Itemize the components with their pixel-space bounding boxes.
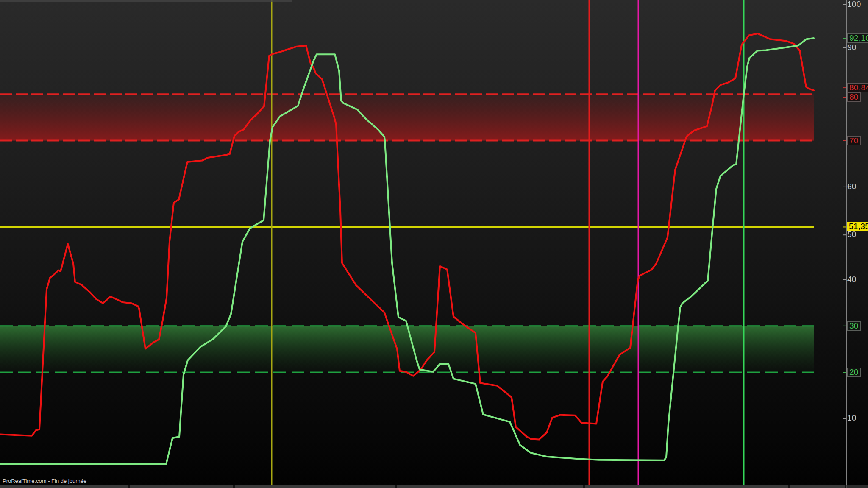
watermark-label: ProRealTime.com - Fin de journée (3, 478, 86, 484)
oversold-zone-band (0, 326, 814, 372)
chart-window: 10092,1059080,84380706051,355040302010 P… (0, 0, 868, 488)
scrollbar-segment-2[interactable] (235, 485, 395, 488)
scrollbar-segment-0[interactable] (0, 485, 128, 488)
overbought-zone-band (0, 94, 814, 140)
scrollbar-segment-4[interactable] (585, 485, 788, 488)
indicator-plot (0, 0, 868, 488)
top-edge-strip (0, 0, 292, 2)
scrollbar-segment-3[interactable] (397, 485, 583, 488)
horizontal-scrollbar[interactable] (0, 485, 868, 488)
scrollbar-segment-1[interactable] (130, 485, 233, 488)
scrollbar-segment-5[interactable] (790, 485, 845, 488)
scrollbar-corner (846, 485, 868, 488)
plot-background (0, 0, 868, 488)
